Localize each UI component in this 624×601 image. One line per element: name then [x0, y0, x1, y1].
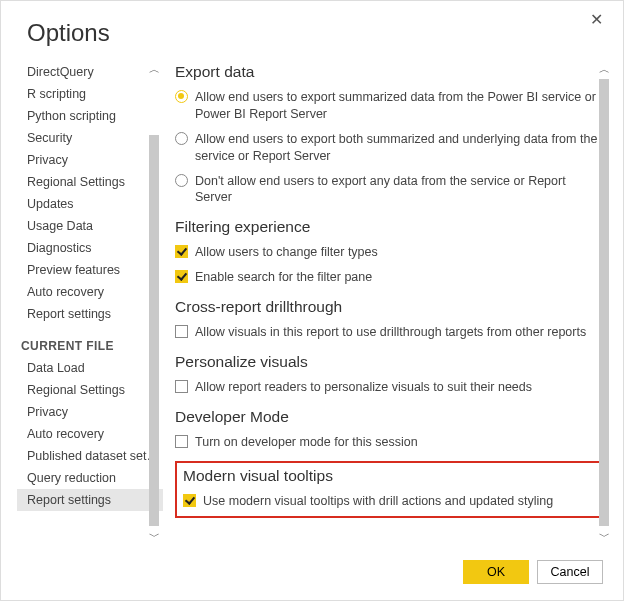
tooltips-use-modern[interactable]: Use modern visual tooltips with drill ac…	[183, 491, 595, 510]
sidebar-item-auto-recovery[interactable]: Auto recovery	[17, 281, 163, 303]
dialog-body: DirectQuery R scripting Python scripting…	[1, 55, 623, 550]
checkbox-icon[interactable]	[175, 270, 188, 283]
section-devmode: Developer Mode	[175, 408, 603, 426]
option-label: Allow users to change filter types	[195, 244, 378, 261]
radio-icon[interactable]	[175, 90, 188, 103]
personalize-allow-readers[interactable]: Allow report readers to personalize visu…	[175, 377, 603, 402]
sidebar-item-cf-published-dataset[interactable]: Published dataset set…	[17, 445, 163, 467]
chevron-down-icon[interactable]: ﹀	[147, 528, 161, 544]
section-tooltips: Modern visual tooltips	[183, 467, 595, 485]
checkbox-icon[interactable]	[175, 380, 188, 393]
checkbox-icon[interactable]	[175, 325, 188, 338]
content-scroll: Export data Allow end users to export su…	[175, 57, 603, 550]
sidebar-item-usage-data[interactable]: Usage Data	[17, 215, 163, 237]
chevron-down-icon[interactable]: ﹀	[597, 528, 611, 544]
filtering-enable-search[interactable]: Enable search for the filter pane	[175, 267, 603, 292]
content-scrollbar[interactable]: ︿ ﹀	[597, 61, 611, 544]
sidebar-item-preview-features[interactable]: Preview features	[17, 259, 163, 281]
cancel-button[interactable]: Cancel	[537, 560, 603, 584]
chevron-up-icon[interactable]: ︿	[597, 61, 611, 77]
option-label: Turn on developer mode for this session	[195, 434, 418, 451]
sidebar-scrollbar[interactable]: ︿ ﹀	[147, 61, 161, 544]
content-scroll-thumb[interactable]	[599, 79, 609, 526]
option-label: Allow end users to export both summarize…	[195, 131, 603, 165]
radio-icon[interactable]	[175, 132, 188, 145]
sidebar-item-updates[interactable]: Updates	[17, 193, 163, 215]
checkbox-icon[interactable]	[183, 494, 196, 507]
checkbox-icon[interactable]	[175, 435, 188, 448]
checkbox-icon[interactable]	[175, 245, 188, 258]
ok-button[interactable]: OK	[463, 560, 529, 584]
chevron-up-icon[interactable]: ︿	[147, 61, 161, 77]
close-icon: ✕	[590, 11, 603, 28]
options-dialog: ✕ Options DirectQuery R scripting Python…	[0, 0, 624, 601]
section-export-data: Export data	[175, 63, 603, 81]
devmode-enable[interactable]: Turn on developer mode for this session	[175, 432, 603, 457]
filtering-change-types[interactable]: Allow users to change filter types	[175, 242, 603, 267]
crossreport-allow-drillthrough[interactable]: Allow visuals in this report to use dril…	[175, 322, 603, 347]
sidebar-item-regional-settings[interactable]: Regional Settings	[17, 171, 163, 193]
sidebar-item-cf-auto-recovery[interactable]: Auto recovery	[17, 423, 163, 445]
option-label: Use modern visual tooltips with drill ac…	[203, 493, 553, 510]
sidebar-scroll: DirectQuery R scripting Python scripting…	[17, 61, 163, 544]
sidebar-item-cf-privacy[interactable]: Privacy	[17, 401, 163, 423]
sidebar-item-diagnostics[interactable]: Diagnostics	[17, 237, 163, 259]
sidebar-item-python-scripting[interactable]: Python scripting	[17, 105, 163, 127]
option-label: Allow visuals in this report to use dril…	[195, 324, 586, 341]
option-label: Allow end users to export summarized dat…	[195, 89, 603, 123]
sidebar-item-cf-regional-settings[interactable]: Regional Settings	[17, 379, 163, 401]
option-label: Enable search for the filter pane	[195, 269, 372, 286]
export-option-none[interactable]: Don't allow end users to export any data…	[175, 171, 603, 213]
sidebar-scroll-thumb[interactable]	[149, 135, 159, 526]
sidebar-item-cf-query-reduction[interactable]: Query reduction	[17, 467, 163, 489]
export-option-summarized[interactable]: Allow end users to export summarized dat…	[175, 87, 603, 129]
radio-icon[interactable]	[175, 174, 188, 187]
section-filtering: Filtering experience	[175, 218, 603, 236]
dialog-footer: OK Cancel	[1, 550, 623, 600]
sidebar-item-r-scripting[interactable]: R scripting	[17, 83, 163, 105]
sidebar-item-directquery[interactable]: DirectQuery	[17, 61, 163, 83]
dialog-title: Options	[1, 1, 623, 55]
option-label: Allow report readers to personalize visu…	[195, 379, 532, 396]
content-panel: Export data Allow end users to export su…	[163, 55, 611, 550]
section-personalize: Personalize visuals	[175, 353, 603, 371]
sidebar-item-security[interactable]: Security	[17, 127, 163, 149]
sidebar-item-cf-data-load[interactable]: Data Load	[17, 357, 163, 379]
option-label: Don't allow end users to export any data…	[195, 173, 603, 207]
close-button[interactable]: ✕	[584, 9, 609, 30]
sidebar-item-report-settings[interactable]: Report settings	[17, 303, 163, 325]
sidebar-section-current-file: CURRENT FILE	[17, 325, 163, 357]
sidebar-item-cf-report-settings[interactable]: Report settings	[17, 489, 163, 511]
sidebar: DirectQuery R scripting Python scripting…	[1, 55, 163, 550]
export-option-both[interactable]: Allow end users to export both summarize…	[175, 129, 603, 171]
section-crossreport: Cross-report drillthrough	[175, 298, 603, 316]
modern-tooltips-highlight: Modern visual tooltips Use modern visual…	[175, 461, 603, 518]
sidebar-item-privacy[interactable]: Privacy	[17, 149, 163, 171]
